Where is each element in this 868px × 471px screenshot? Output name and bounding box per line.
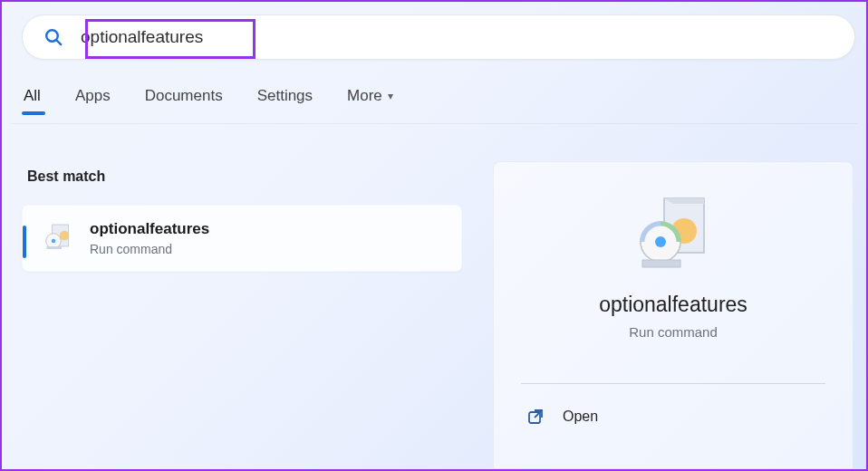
detail-pane: optionalfeatures Run command Open <box>493 161 854 469</box>
svg-point-12 <box>655 236 666 247</box>
svg-rect-5 <box>47 246 63 249</box>
svg-rect-13 <box>642 260 680 267</box>
search-icon <box>43 26 64 48</box>
tab-more[interactable]: More ▾ <box>345 85 395 114</box>
detail-subtitle: Run command <box>629 324 718 340</box>
search-panel: All Apps Documents Settings More ▾ Best … <box>2 2 866 469</box>
open-external-icon <box>526 408 545 426</box>
open-label: Open <box>563 409 598 425</box>
search-bar[interactable] <box>22 14 855 60</box>
svg-point-4 <box>52 239 56 244</box>
app-package-icon <box>43 222 75 255</box>
svg-line-1 <box>57 41 62 45</box>
best-match-heading: Best match <box>27 168 462 185</box>
search-input[interactable] <box>81 27 834 47</box>
tab-documents[interactable]: Documents <box>143 85 225 114</box>
tab-settings[interactable]: Settings <box>256 85 314 114</box>
tab-more-label: More <box>347 87 382 105</box>
result-subtitle: Run command <box>90 242 209 256</box>
tab-apps[interactable]: Apps <box>73 85 112 114</box>
svg-point-6 <box>60 231 70 241</box>
result-title: optionalfeatures <box>90 220 209 238</box>
detail-title: optionalfeatures <box>599 293 747 317</box>
result-item[interactable]: optionalfeatures Run command <box>22 205 462 272</box>
tab-all[interactable]: All <box>22 85 43 114</box>
open-action[interactable]: Open <box>521 404 825 429</box>
chevron-down-icon: ▾ <box>388 90 393 102</box>
filter-tabs: All Apps Documents Settings More ▾ <box>11 60 857 124</box>
detail-app-icon <box>630 193 717 280</box>
